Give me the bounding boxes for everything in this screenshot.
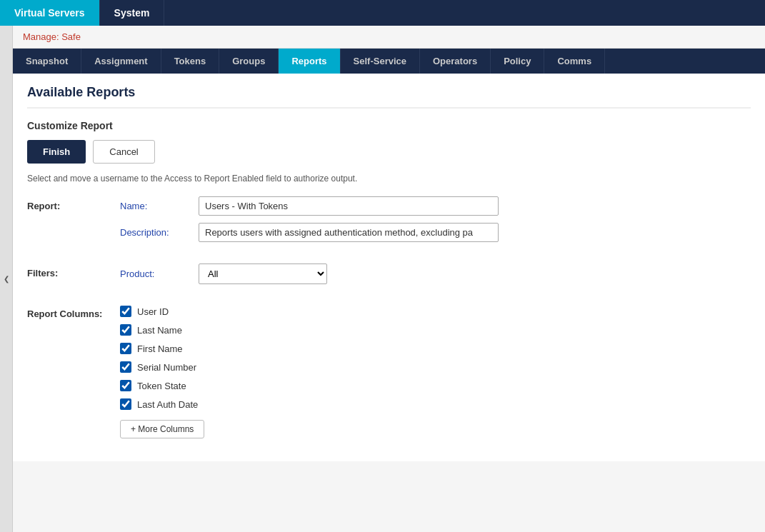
column-last-auth-date: Last Auth Date <box>120 398 204 410</box>
description-row: Description: <box>120 223 751 242</box>
name-input[interactable] <box>199 196 499 216</box>
column-checkbox-first-name[interactable] <box>120 343 131 354</box>
more-columns-row: + More Columns <box>120 417 204 438</box>
top-nav-system[interactable]: System <box>100 0 165 26</box>
tab-operators[interactable]: Operators <box>420 49 491 74</box>
tab-assignment[interactable]: Assignment <box>81 49 161 74</box>
name-row: Name: <box>120 196 751 216</box>
finish-button[interactable]: Finish <box>27 140 86 164</box>
button-row: Finish Cancel <box>27 140 751 164</box>
columns-label: Report Columns: <box>27 306 120 438</box>
product-select[interactable]: All Token Other <box>199 264 327 284</box>
sidebar-toggle-icon: ❮ <box>4 275 9 283</box>
filters-content: Product: All Token Other <box>120 264 751 291</box>
tab-comms[interactable]: Comms <box>544 49 605 74</box>
instruction-text: Select and move a username to the Access… <box>27 174 751 184</box>
column-first-name: First Name <box>120 343 204 354</box>
breadcrumb: Manage: Safe <box>13 26 765 49</box>
column-token-state: Token State <box>120 380 204 391</box>
column-checkbox-user-id[interactable] <box>120 306 131 317</box>
breadcrumb-text: Manage: Safe <box>23 31 81 42</box>
column-user-id: User ID <box>120 306 204 317</box>
top-nav-virtual-servers[interactable]: Virtual Servers <box>0 0 100 26</box>
main-content: Manage: Safe Snapshot Assignment Tokens … <box>13 26 765 532</box>
tab-bar: Snapshot Assignment Tokens Groups Report… <box>13 49 765 74</box>
description-input[interactable] <box>199 223 499 242</box>
column-serial-number: Serial Number <box>120 361 204 373</box>
report-section: Report: Name: Description: <box>27 196 751 249</box>
column-checkbox-last-auth-date[interactable] <box>120 398 131 410</box>
column-checkbox-serial-number[interactable] <box>120 361 131 373</box>
column-label-last-auth-date: Last Auth Date <box>137 399 198 410</box>
top-nav: Virtual Servers System <box>0 0 765 26</box>
column-label-serial-number: Serial Number <box>137 362 196 373</box>
name-label: Name: <box>120 201 199 211</box>
section-title: Customize Report <box>27 120 751 131</box>
column-label-token-state: Token State <box>137 381 186 391</box>
tab-groups[interactable]: Groups <box>219 49 279 74</box>
tab-tokens[interactable]: Tokens <box>161 49 220 74</box>
column-label-last-name: Last Name <box>137 325 182 336</box>
product-row: Product: All Token Other <box>120 264 751 284</box>
top-nav-label: System <box>114 7 150 19</box>
description-label: Description: <box>120 227 199 238</box>
column-last-name: Last Name <box>120 324 204 336</box>
column-checkbox-token-state[interactable] <box>120 380 131 391</box>
page-body: Available Reports Customize Report Finis… <box>13 74 765 461</box>
column-label-first-name: First Name <box>137 343 183 354</box>
cancel-button[interactable]: Cancel <box>93 140 154 164</box>
filters-section: Filters: Product: All Token Other <box>27 264 751 291</box>
tab-snapshot[interactable]: Snapshot <box>13 49 81 74</box>
product-label: Product: <box>120 268 199 279</box>
top-nav-label: Virtual Servers <box>14 7 85 19</box>
layout: ❮ Manage: Safe Snapshot Assignment Token… <box>0 26 765 532</box>
column-checkbox-last-name[interactable] <box>120 324 131 336</box>
columns-section: Report Columns: User ID Last Name First … <box>27 306 751 438</box>
report-section-content: Name: Description: <box>120 196 751 249</box>
columns-list: User ID Last Name First Name Serial Numb… <box>120 306 204 438</box>
more-columns-button[interactable]: + More Columns <box>120 420 204 438</box>
filters-label: Filters: <box>27 264 120 291</box>
tab-self-service[interactable]: Self-Service <box>341 49 420 74</box>
report-section-label: Report: <box>27 196 120 249</box>
column-label-user-id: User ID <box>137 306 169 317</box>
page-title: Available Reports <box>27 85 751 109</box>
tab-reports[interactable]: Reports <box>279 49 340 74</box>
sidebar-toggle[interactable]: ❮ <box>0 26 13 532</box>
tab-policy[interactable]: Policy <box>491 49 544 74</box>
